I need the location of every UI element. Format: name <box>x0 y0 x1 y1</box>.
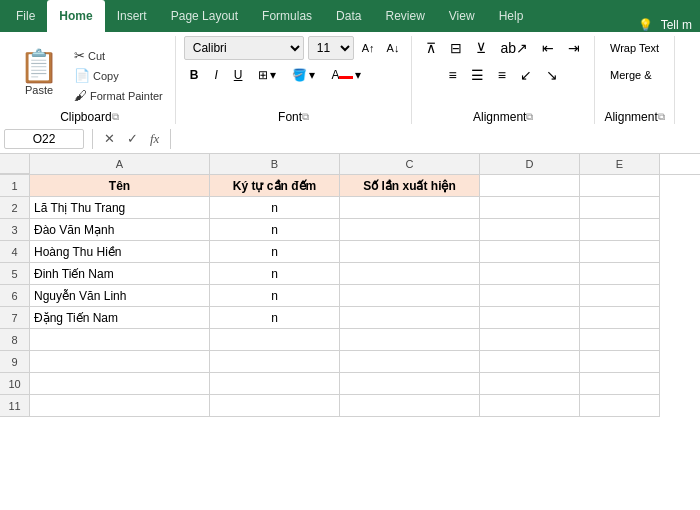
wrap-text-button[interactable]: Wrap Text <box>603 36 666 60</box>
align-bottom-button[interactable]: ⊻ <box>470 36 492 60</box>
col-header-a[interactable]: A <box>30 154 210 174</box>
cell-8-2[interactable] <box>210 329 340 351</box>
wrap-expand-icon[interactable]: ⧉ <box>658 111 665 123</box>
cell-7-1[interactable]: Đặng Tiến Nam <box>30 307 210 329</box>
increase-indent-button[interactable]: ↘ <box>540 63 564 87</box>
merge-button[interactable]: Merge & <box>603 63 659 87</box>
cell-3-1[interactable]: Đào Văn Mạnh <box>30 219 210 241</box>
indent-increase-button[interactable]: ⇥ <box>562 36 586 60</box>
cell-5-2[interactable]: n <box>210 263 340 285</box>
name-box[interactable] <box>4 129 84 149</box>
align-middle-button[interactable]: ⊟ <box>444 36 468 60</box>
confirm-formula-icon[interactable]: ✓ <box>124 129 141 148</box>
row-header-6[interactable]: 6 <box>0 285 30 307</box>
cell-9-3[interactable] <box>340 351 480 373</box>
cell-10-2[interactable] <box>210 373 340 395</box>
cell-11-3[interactable] <box>340 395 480 417</box>
font-size-select[interactable]: 11 <box>308 36 354 60</box>
cell-5-1[interactable]: Đinh Tiến Nam <box>30 263 210 285</box>
cell-10-4[interactable] <box>480 373 580 395</box>
cell-5-5[interactable] <box>580 263 660 285</box>
col-header-e[interactable]: E <box>580 154 660 174</box>
cell-7-3[interactable] <box>340 307 480 329</box>
cell-9-1[interactable] <box>30 351 210 373</box>
cell-4-2[interactable]: n <box>210 241 340 263</box>
tab-data[interactable]: Data <box>324 0 373 32</box>
cell-11-1[interactable] <box>30 395 210 417</box>
cell-11-4[interactable] <box>480 395 580 417</box>
font-name-select[interactable]: Calibri <box>184 36 304 60</box>
copy-button[interactable]: 📄 Copy <box>70 66 167 85</box>
font-grow-button[interactable]: A↑ <box>358 36 379 60</box>
font-expand-icon[interactable]: ⧉ <box>302 111 309 123</box>
cell-7-2[interactable]: n <box>210 307 340 329</box>
tab-insert[interactable]: Insert <box>105 0 159 32</box>
row-header-11[interactable]: 11 <box>0 395 30 417</box>
cell-2-2[interactable]: n <box>210 197 340 219</box>
cell-10-1[interactable] <box>30 373 210 395</box>
cell-3-2[interactable]: n <box>210 219 340 241</box>
cell-4-4[interactable] <box>480 241 580 263</box>
alignment-expand-icon[interactable]: ⧉ <box>526 111 533 123</box>
cell-5-4[interactable] <box>480 263 580 285</box>
cell-6-4[interactable] <box>480 285 580 307</box>
cell-1-5[interactable] <box>580 175 660 197</box>
cell-1-4[interactable] <box>480 175 580 197</box>
cell-2-5[interactable] <box>580 197 660 219</box>
tab-review[interactable]: Review <box>373 0 436 32</box>
cell-6-3[interactable] <box>340 285 480 307</box>
cell-1-2[interactable]: Ký tự cần đếm <box>210 175 340 197</box>
cell-8-4[interactable] <box>480 329 580 351</box>
cell-1-3[interactable]: Số lần xuất hiện <box>340 175 480 197</box>
cell-11-5[interactable] <box>580 395 660 417</box>
paste-button[interactable]: 📋 Paste <box>12 40 66 106</box>
cell-10-3[interactable] <box>340 373 480 395</box>
row-header-7[interactable]: 7 <box>0 307 30 329</box>
clipboard-expand-icon[interactable]: ⧉ <box>112 111 119 123</box>
cancel-formula-icon[interactable]: ✕ <box>101 129 118 148</box>
underline-button[interactable]: U <box>228 63 249 87</box>
cut-button[interactable]: ✂ Cut <box>70 46 167 65</box>
indent-decrease-button[interactable]: ⇤ <box>536 36 560 60</box>
cell-6-5[interactable] <box>580 285 660 307</box>
align-left-button[interactable]: ≡ <box>443 63 463 87</box>
cell-5-3[interactable] <box>340 263 480 285</box>
cell-9-5[interactable] <box>580 351 660 373</box>
row-header-2[interactable]: 2 <box>0 197 30 219</box>
col-header-c[interactable]: C <box>340 154 480 174</box>
fill-color-button[interactable]: 🪣 ▾ <box>286 63 321 87</box>
font-color-button[interactable]: A ▾ <box>325 63 367 87</box>
row-header-8[interactable]: 8 <box>0 329 30 351</box>
row-header-3[interactable]: 3 <box>0 219 30 241</box>
cell-4-5[interactable] <box>580 241 660 263</box>
tab-help[interactable]: Help <box>487 0 536 32</box>
cell-8-5[interactable] <box>580 329 660 351</box>
cell-6-2[interactable]: n <box>210 285 340 307</box>
cell-2-4[interactable] <box>480 197 580 219</box>
cell-2-3[interactable] <box>340 197 480 219</box>
cell-3-3[interactable] <box>340 219 480 241</box>
italic-button[interactable]: I <box>208 63 223 87</box>
align-top-button[interactable]: ⊼ <box>420 36 442 60</box>
tab-formulas[interactable]: Formulas <box>250 0 324 32</box>
col-header-d[interactable]: D <box>480 154 580 174</box>
cell-6-1[interactable]: Nguyễn Văn Linh <box>30 285 210 307</box>
cell-9-4[interactable] <box>480 351 580 373</box>
format-painter-button[interactable]: 🖌 Format Painter <box>70 86 167 105</box>
row-header-5[interactable]: 5 <box>0 263 30 285</box>
row-header-4[interactable]: 4 <box>0 241 30 263</box>
cell-10-5[interactable] <box>580 373 660 395</box>
cell-7-5[interactable] <box>580 307 660 329</box>
cell-3-5[interactable] <box>580 219 660 241</box>
tab-home[interactable]: Home <box>47 0 104 32</box>
tab-page-layout[interactable]: Page Layout <box>159 0 250 32</box>
cell-8-1[interactable] <box>30 329 210 351</box>
cell-9-2[interactable] <box>210 351 340 373</box>
orientation-button[interactable]: ab↗ <box>494 36 534 60</box>
bold-button[interactable]: B <box>184 63 205 87</box>
align-right-button[interactable]: ≡ <box>492 63 512 87</box>
row-header-10[interactable]: 10 <box>0 373 30 395</box>
fx-icon[interactable]: fx <box>147 129 162 149</box>
row-header-9[interactable]: 9 <box>0 351 30 373</box>
cell-4-1[interactable]: Hoàng Thu Hiền <box>30 241 210 263</box>
